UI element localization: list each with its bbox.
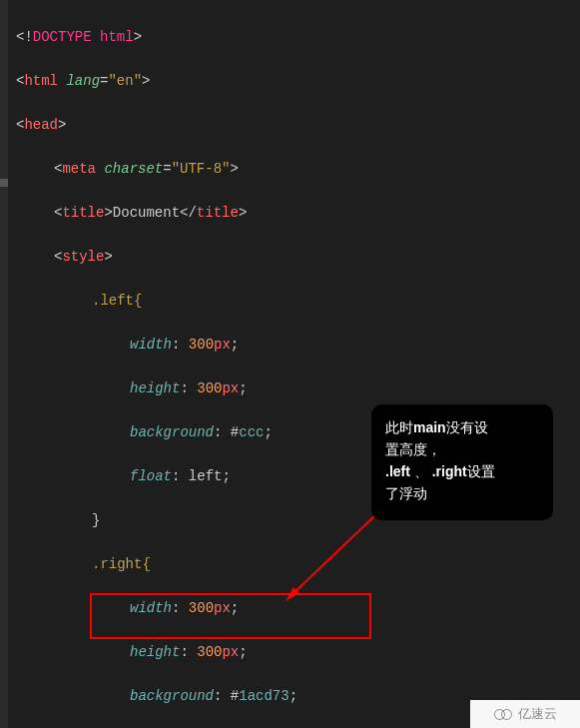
annotation-tooltip: 此时main没有设 置高度， .left 、 .right设置 了浮动 <box>371 404 553 520</box>
tooltip-line: .left 、 .right设置 <box>385 460 539 482</box>
code-line: height: 300px; <box>16 641 580 663</box>
code-line: .right{ <box>16 553 580 575</box>
code-line: height: 300px; <box>16 377 580 399</box>
cloud-logo-icon <box>494 708 514 720</box>
code-line: <html lang="en"> <box>16 70 580 92</box>
tooltip-line: 此时main没有设 <box>385 416 539 438</box>
code-line: <head> <box>16 114 580 136</box>
tooltip-line: 了浮动 <box>385 482 539 504</box>
code-line: <style> <box>16 246 580 268</box>
code-line: <!DOCTYPE html> <box>16 26 580 48</box>
editor-gutter <box>0 0 8 728</box>
code-editor: <!DOCTYPE html> <html lang="en"> <head> … <box>8 0 580 728</box>
code-line: <title>Document</title> <box>16 202 580 224</box>
code-line: .left{ <box>16 290 580 312</box>
code-line: <meta charset="UTF-8"> <box>16 158 580 180</box>
insertion-marker-icon <box>0 179 8 187</box>
tooltip-line: 置高度， <box>385 438 539 460</box>
code-line: width: 300px; <box>16 334 580 356</box>
watermark-text: 亿速云 <box>518 703 557 725</box>
watermark: 亿速云 <box>470 700 580 728</box>
code-line: width: 300px; <box>16 597 580 619</box>
